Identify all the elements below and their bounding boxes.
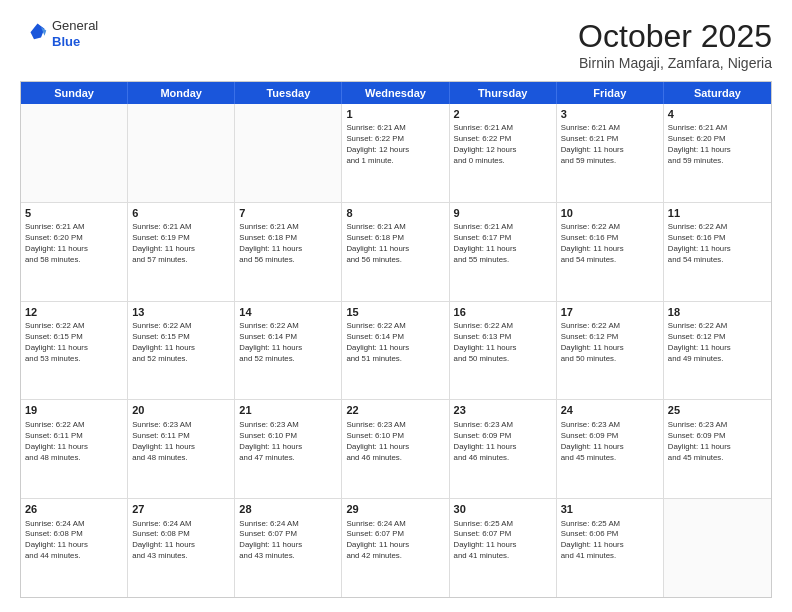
cell-info: and 46 minutes. — [346, 453, 444, 464]
cell-info: and 49 minutes. — [668, 354, 767, 365]
cell-info: Sunrise: 6:22 AM — [561, 321, 659, 332]
cell-info: Sunrise: 6:25 AM — [454, 519, 552, 530]
calendar-cell: 21Sunrise: 6:23 AMSunset: 6:10 PMDayligh… — [235, 400, 342, 498]
calendar-cell: 20Sunrise: 6:23 AMSunset: 6:11 PMDayligh… — [128, 400, 235, 498]
cell-info: Daylight: 11 hours — [561, 145, 659, 156]
day-number: 7 — [239, 206, 337, 221]
day-number: 2 — [454, 107, 552, 122]
cell-info: Daylight: 11 hours — [239, 540, 337, 551]
cell-info: Sunrise: 6:22 AM — [668, 222, 767, 233]
calendar-cell — [128, 104, 235, 202]
day-number: 26 — [25, 502, 123, 517]
weekday-header-wednesday: Wednesday — [342, 82, 449, 104]
cell-info: Daylight: 11 hours — [561, 244, 659, 255]
calendar-cell: 13Sunrise: 6:22 AMSunset: 6:15 PMDayligh… — [128, 302, 235, 400]
day-number: 29 — [346, 502, 444, 517]
title-area: October 2025 Birnin Magaji, Zamfara, Nig… — [578, 18, 772, 71]
calendar-row-3: 19Sunrise: 6:22 AMSunset: 6:11 PMDayligh… — [21, 400, 771, 499]
cell-info: and 42 minutes. — [346, 551, 444, 562]
cell-info: and 52 minutes. — [239, 354, 337, 365]
cell-info: and 43 minutes. — [132, 551, 230, 562]
logo-text: General Blue — [52, 18, 98, 49]
day-number: 13 — [132, 305, 230, 320]
day-number: 9 — [454, 206, 552, 221]
calendar-cell: 26Sunrise: 6:24 AMSunset: 6:08 PMDayligh… — [21, 499, 128, 597]
calendar-row-1: 5Sunrise: 6:21 AMSunset: 6:20 PMDaylight… — [21, 203, 771, 302]
cell-info: Sunset: 6:08 PM — [25, 529, 123, 540]
header: General Blue October 2025 Birnin Magaji,… — [20, 18, 772, 71]
weekday-header-tuesday: Tuesday — [235, 82, 342, 104]
cell-info: Sunrise: 6:22 AM — [25, 420, 123, 431]
weekday-header-thursday: Thursday — [450, 82, 557, 104]
calendar-cell: 31Sunrise: 6:25 AMSunset: 6:06 PMDayligh… — [557, 499, 664, 597]
cell-info: Sunset: 6:22 PM — [346, 134, 444, 145]
cell-info: Daylight: 11 hours — [346, 540, 444, 551]
cell-info: Daylight: 11 hours — [25, 442, 123, 453]
day-number: 17 — [561, 305, 659, 320]
calendar-cell: 6Sunrise: 6:21 AMSunset: 6:19 PMDaylight… — [128, 203, 235, 301]
cell-info: and 53 minutes. — [25, 354, 123, 365]
cell-info: Daylight: 11 hours — [668, 343, 767, 354]
cell-info: and 57 minutes. — [132, 255, 230, 266]
cell-info: Daylight: 11 hours — [454, 540, 552, 551]
svg-marker-0 — [31, 23, 45, 39]
cell-info: Sunrise: 6:22 AM — [561, 222, 659, 233]
cell-info: Sunrise: 6:23 AM — [239, 420, 337, 431]
cell-info: Daylight: 11 hours — [239, 442, 337, 453]
day-number: 6 — [132, 206, 230, 221]
cell-info: Sunset: 6:08 PM — [132, 529, 230, 540]
logo-general: General — [52, 18, 98, 34]
month-title: October 2025 — [578, 18, 772, 55]
cell-info: Daylight: 11 hours — [132, 343, 230, 354]
calendar-cell: 15Sunrise: 6:22 AMSunset: 6:14 PMDayligh… — [342, 302, 449, 400]
day-number: 31 — [561, 502, 659, 517]
calendar-cell: 18Sunrise: 6:22 AMSunset: 6:12 PMDayligh… — [664, 302, 771, 400]
cell-info: Sunrise: 6:23 AM — [668, 420, 767, 431]
cell-info: Sunrise: 6:24 AM — [346, 519, 444, 530]
cell-info: Sunset: 6:07 PM — [454, 529, 552, 540]
cell-info: Sunrise: 6:21 AM — [454, 123, 552, 134]
cell-info: Sunrise: 6:23 AM — [346, 420, 444, 431]
cell-info: and 50 minutes. — [561, 354, 659, 365]
cell-info: and 56 minutes. — [239, 255, 337, 266]
day-number: 3 — [561, 107, 659, 122]
cell-info: Sunset: 6:10 PM — [239, 431, 337, 442]
day-number: 28 — [239, 502, 337, 517]
weekday-header-friday: Friday — [557, 82, 664, 104]
calendar-header: SundayMondayTuesdayWednesdayThursdayFrid… — [21, 82, 771, 104]
cell-info: and 52 minutes. — [132, 354, 230, 365]
calendar-body: 1Sunrise: 6:21 AMSunset: 6:22 PMDaylight… — [21, 104, 771, 597]
day-number: 20 — [132, 403, 230, 418]
cell-info: and 56 minutes. — [346, 255, 444, 266]
day-number: 18 — [668, 305, 767, 320]
cell-info: Sunrise: 6:23 AM — [561, 420, 659, 431]
cell-info: Sunset: 6:09 PM — [561, 431, 659, 442]
cell-info: Sunrise: 6:25 AM — [561, 519, 659, 530]
cell-info: Daylight: 11 hours — [454, 244, 552, 255]
cell-info: and 0 minutes. — [454, 156, 552, 167]
calendar-cell: 25Sunrise: 6:23 AMSunset: 6:09 PMDayligh… — [664, 400, 771, 498]
calendar-cell: 5Sunrise: 6:21 AMSunset: 6:20 PMDaylight… — [21, 203, 128, 301]
cell-info: Sunrise: 6:21 AM — [239, 222, 337, 233]
cell-info: and 59 minutes. — [668, 156, 767, 167]
cell-info: and 44 minutes. — [25, 551, 123, 562]
cell-info: and 59 minutes. — [561, 156, 659, 167]
cell-info: and 58 minutes. — [25, 255, 123, 266]
cell-info: Sunrise: 6:22 AM — [668, 321, 767, 332]
calendar-row-4: 26Sunrise: 6:24 AMSunset: 6:08 PMDayligh… — [21, 499, 771, 597]
cell-info: Sunset: 6:09 PM — [454, 431, 552, 442]
cell-info: and 41 minutes. — [561, 551, 659, 562]
weekday-header-monday: Monday — [128, 82, 235, 104]
day-number: 19 — [25, 403, 123, 418]
cell-info: Sunset: 6:11 PM — [25, 431, 123, 442]
cell-info: Daylight: 11 hours — [25, 343, 123, 354]
cell-info: Sunset: 6:12 PM — [561, 332, 659, 343]
cell-info: and 51 minutes. — [346, 354, 444, 365]
cell-info: Sunset: 6:12 PM — [668, 332, 767, 343]
calendar: SundayMondayTuesdayWednesdayThursdayFrid… — [20, 81, 772, 598]
cell-info: Sunset: 6:11 PM — [132, 431, 230, 442]
cell-info: Sunset: 6:16 PM — [668, 233, 767, 244]
cell-info: Sunrise: 6:24 AM — [132, 519, 230, 530]
logo-icon — [20, 20, 48, 48]
cell-info: Daylight: 11 hours — [454, 343, 552, 354]
